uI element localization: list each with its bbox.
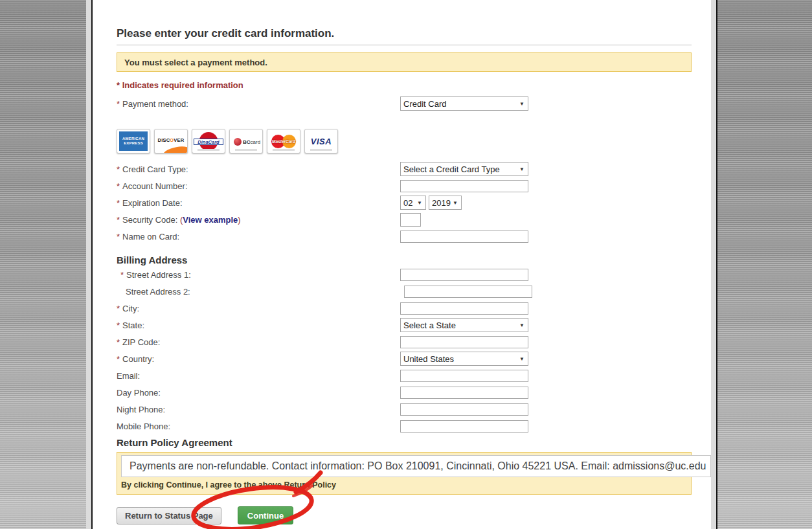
return-policy-box: Payments are non-refundable. Contact inf…: [117, 452, 692, 495]
amex-logo: AMERICAN EXPRESS: [117, 129, 150, 153]
card-type-select[interactable]: Select a Credit Card Type: [400, 162, 528, 176]
payment-page: Please enter your credit card informatio…: [91, 0, 711, 529]
billing-address-heading: Billing Address: [117, 254, 711, 266]
payment-method-label: *Payment method:: [117, 99, 400, 109]
country-row: *Country: United States: [117, 350, 711, 367]
card-type-row: *Credit Card Type: Select a Credit Card …: [117, 161, 711, 177]
name-on-card-row: *Name on Card:: [117, 228, 711, 245]
city-input[interactable]: [400, 302, 528, 315]
form-buttons: Return to Status Page Continue: [117, 506, 711, 524]
expiration-month-select[interactable]: 02: [400, 196, 426, 210]
return-policy-heading: Return Policy Agreement: [117, 437, 711, 449]
bccard-ball: [234, 138, 242, 146]
zip-row: *ZIP Code:: [117, 333, 711, 350]
required-asterisk: *: [117, 304, 120, 313]
email-input[interactable]: [400, 370, 528, 382]
card-fields: *Credit Card Type: Select a Credit Card …: [117, 161, 711, 245]
continue-button[interactable]: Continue: [238, 506, 293, 524]
mobile-phone-row: Mobile Phone:: [117, 418, 711, 434]
page-frame: Please enter your credit card informatio…: [86, 0, 717, 529]
country-select[interactable]: United States: [400, 352, 528, 366]
required-note: * Indicates required information: [117, 80, 711, 90]
dinacard-logo: DinaCard: [192, 129, 225, 153]
discover-logo: DISCOVER: [154, 129, 188, 153]
required-asterisk: *: [117, 337, 120, 347]
title-divider: [117, 45, 692, 45]
payment-method-select[interactable]: Credit Card: [400, 96, 528, 111]
payment-method-select-wrap: Credit Card: [400, 96, 528, 111]
card-logos-row: AMERICAN EXPRESS DISCOVER DinaCard: [117, 129, 711, 153]
state-row: *State: Select a State: [117, 317, 711, 333]
account-number-row: *Account Number:: [117, 177, 711, 194]
required-asterisk: *: [117, 321, 120, 330]
street2-row: Street Address 2:: [117, 283, 711, 300]
city-row: *City:: [117, 300, 711, 317]
bccard-logo: BCcard: [229, 129, 263, 153]
day-phone-input[interactable]: [400, 387, 528, 399]
agreement-statement: By clicking Continue, I agree to the abo…: [121, 480, 691, 490]
page-content: Please enter your credit card informatio…: [93, 27, 711, 524]
night-phone-input[interactable]: [400, 403, 528, 416]
security-code-row: *Security Code: (View example): [117, 211, 711, 228]
required-asterisk: *: [117, 215, 120, 225]
view-example-link[interactable]: View example: [183, 215, 238, 225]
alert-banner: You must select a payment method.: [117, 52, 692, 72]
street-address-1-input[interactable]: [400, 269, 528, 281]
expiration-year-select[interactable]: 2019: [429, 196, 462, 210]
street1-row: *Street Address 1:: [117, 266, 711, 283]
visa-logo: VISA: [304, 129, 338, 153]
security-code-input[interactable]: [400, 213, 421, 227]
zip-code-input[interactable]: [400, 336, 528, 348]
required-asterisk: *: [117, 198, 120, 208]
state-select[interactable]: Select a State: [400, 318, 528, 332]
page-title: Please enter your credit card informatio…: [117, 27, 711, 40]
required-asterisk: *: [117, 354, 120, 364]
email-row: Email:: [117, 367, 711, 384]
amex-logo-inner: AMERICAN EXPRESS: [119, 131, 148, 151]
street-address-2-input[interactable]: [404, 286, 532, 298]
required-asterisk: *: [117, 99, 120, 109]
mobile-phone-input[interactable]: [400, 420, 528, 433]
name-on-card-input[interactable]: [400, 231, 528, 243]
return-policy-text-area[interactable]: Payments are non-refundable. Contact inf…: [121, 455, 711, 477]
night-phone-row: Night Phone:: [117, 401, 711, 418]
discover-swoosh: [162, 144, 188, 153]
required-asterisk: *: [120, 270, 124, 280]
mastercard-logo: MasterCard: [267, 129, 300, 153]
desktop-background: Please enter your credit card informatio…: [0, 0, 812, 529]
day-phone-row: Day Phone:: [117, 384, 711, 401]
expiration-date-row: *Expiration Date: 02 2019: [117, 194, 711, 211]
required-asterisk: *: [117, 232, 120, 242]
required-asterisk: *: [117, 181, 120, 191]
return-policy-text: Payments are non-refundable. Contact inf…: [130, 460, 706, 471]
required-asterisk: *: [117, 164, 120, 174]
return-to-status-button[interactable]: Return to Status Page: [117, 507, 221, 524]
alert-text: You must select a payment method.: [124, 58, 267, 67]
payment-method-row: *Payment method: Credit Card: [117, 95, 711, 112]
account-number-input[interactable]: [400, 180, 528, 192]
